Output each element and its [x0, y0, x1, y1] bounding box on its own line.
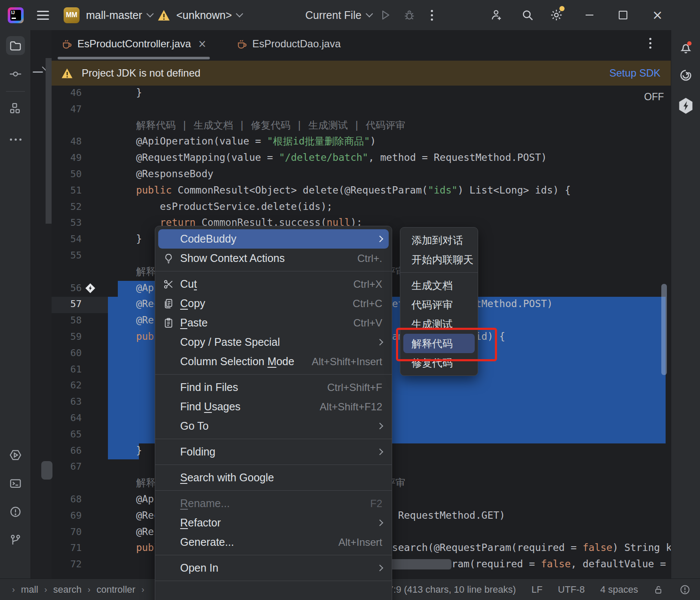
problems-icon[interactable]	[6, 502, 25, 521]
main-menu-burger-icon[interactable]	[37, 0, 49, 30]
context-menu-item[interactable]: Column Selection Mode Alt+Shift+Insert	[155, 352, 392, 371]
caret-position[interactable]: 7:9 (413 chars, 10 line breaks)	[388, 584, 516, 595]
menu-item-shortcut: Ctrl+X	[353, 278, 382, 290]
collapsed-panel-strip	[31, 30, 52, 578]
project-avatar: MM	[64, 7, 80, 23]
submenu-item[interactable]: 添加到对话	[400, 231, 478, 250]
run-toolwindow-icon[interactable]	[6, 446, 25, 465]
menu-separator	[155, 465, 392, 465]
scissors-icon	[163, 279, 180, 290]
inline-completion-off-label: OFF	[644, 91, 664, 103]
submenu-arrow-icon	[377, 339, 384, 346]
menu-item-label: Generate...	[180, 536, 325, 548]
add-user-icon[interactable]	[490, 0, 503, 30]
context-menu-item[interactable]: Generate... Alt+Insert	[155, 532, 392, 552]
menu-item-shortcut: Ctrl+C	[353, 298, 382, 310]
notifications-bell-icon[interactable]	[678, 40, 694, 55]
warning-icon	[61, 68, 73, 79]
splitter-handle[interactable]	[41, 461, 52, 480]
context-menu-item[interactable]: Paste Ctrl+V	[155, 313, 392, 332]
submenu-item[interactable]: 开始内联聊天	[400, 250, 478, 269]
close-icon[interactable]: ×	[198, 38, 206, 50]
run-button[interactable]	[379, 0, 391, 30]
run-configuration-name: <unknown>	[176, 9, 232, 22]
context-menu-item[interactable]: Rename... F2	[155, 494, 392, 513]
submenu-arrow-icon	[377, 449, 384, 455]
submenu-item-label: 添加到对话	[411, 234, 463, 247]
search-everywhere-icon[interactable]	[521, 0, 534, 30]
more-tool-windows-icon[interactable]	[6, 130, 25, 149]
copy-icon	[163, 298, 180, 309]
intellij-logo-icon: IJ	[8, 0, 24, 30]
menu-item-label: Paste	[180, 317, 341, 329]
menu-item-label: Folding	[180, 446, 366, 458]
context-menu-item[interactable]: Go To	[155, 416, 392, 436]
active-tab-indicator	[58, 57, 210, 59]
line-number: 64	[52, 410, 82, 426]
error-indicator-icon[interactable]	[679, 584, 691, 595]
context-menu-item[interactable]: Copy / Paste Special	[155, 332, 392, 352]
settings-gear-icon[interactable]	[550, 0, 563, 30]
context-menu-item[interactable]: Cut Ctrl+X	[155, 274, 392, 294]
code-line: 48 @ApiOperation(value = "根据id批量删除商品")	[52, 133, 671, 150]
panel-scrollbar[interactable]	[46, 58, 52, 224]
codebuddy-hexagon-icon[interactable]	[678, 97, 694, 114]
debug-button[interactable]	[403, 0, 415, 30]
commit-icon[interactable]	[6, 65, 25, 83]
setup-sdk-link[interactable]: Setup SDK	[609, 67, 660, 79]
context-menu-item[interactable]: Search with Google	[155, 468, 392, 487]
line-number: 49	[52, 150, 82, 166]
breadcrumb[interactable]: ›mall›search›controller›	[12, 584, 144, 595]
line-number: 62	[52, 377, 82, 394]
editor-options-kebab-icon[interactable]	[649, 38, 651, 49]
menu-item-label: Find in Files	[180, 381, 314, 394]
context-menu-item[interactable]: Find in Files Ctrl+Shift+F	[155, 378, 392, 397]
run-configuration-widget[interactable]: <unknown>	[157, 0, 242, 30]
code-line: 解释代码 | 生成文档 | 修复代码 | 生成测试 | 代码评审	[52, 117, 671, 134]
window-minimize-button[interactable]	[579, 0, 600, 30]
line-number: 46	[52, 86, 82, 101]
paste-icon	[163, 317, 180, 329]
menu-item-label: Rename...	[180, 497, 357, 510]
window-maximize-button[interactable]	[612, 0, 634, 30]
line-ending[interactable]: LF	[531, 584, 543, 595]
run-mode-selector[interactable]: Current File	[305, 0, 372, 30]
version-control-branch-icon[interactable]	[6, 531, 25, 550]
window-close-button[interactable]: ×	[646, 0, 669, 30]
context-menu-item[interactable]: CodeBuddy	[158, 229, 389, 249]
ai-assistant-swirl-icon[interactable]	[679, 68, 693, 83]
context-menu-item[interactable]: Show Context Actions Ctrl+.	[155, 249, 392, 268]
project-widget[interactable]: MM mall-master	[64, 0, 153, 30]
menu-item-shortcut: Ctrl+.	[357, 252, 382, 265]
context-menu-item[interactable]: Copy Ctrl+C	[155, 294, 392, 313]
structure-icon[interactable]	[6, 99, 25, 118]
line-number: 67	[52, 458, 82, 475]
hide-panel-icon[interactable]	[33, 71, 43, 73]
annotation-highlight-box	[396, 328, 497, 361]
context-menu-item[interactable]: Open In	[155, 558, 392, 578]
file-encoding[interactable]: UTF-8	[558, 584, 585, 595]
submenu-item[interactable]: 生成文档	[400, 276, 478, 295]
breadcrumb-chevron-icon: ›	[88, 585, 91, 594]
indent-setting[interactable]: 4 spaces	[600, 584, 638, 595]
terminal-icon[interactable]	[6, 474, 25, 493]
vertical-scrollbar[interactable]	[661, 284, 667, 375]
breadcrumb-item[interactable]: controller	[96, 584, 135, 595]
submenu-item[interactable]: 代码评审	[400, 295, 478, 314]
breadcrumb-item[interactable]: search	[53, 584, 82, 595]
menu-item-shortcut: Alt+Insert	[338, 536, 382, 548]
context-menu-item[interactable]: Refactor	[155, 513, 392, 532]
menu-item-shortcut: Alt+Shift+F12	[320, 401, 382, 413]
project-folder-icon[interactable]	[6, 36, 25, 55]
editor-tab[interactable]: EsProductDao.java ×	[230, 30, 347, 58]
context-menu-item[interactable]: Folding	[155, 442, 392, 462]
unlock-icon[interactable]	[654, 585, 664, 595]
codebuddy-gutter-icon[interactable]	[85, 283, 96, 294]
line-number: 60	[52, 345, 82, 361]
horizontal-scrollbar[interactable]	[389, 559, 451, 569]
submenu-item-label: 生成文档	[411, 279, 453, 292]
more-actions-kebab-icon[interactable]	[431, 0, 433, 30]
context-menu-item[interactable]: Find Usages Alt+Shift+F12	[155, 397, 392, 416]
breadcrumb-item[interactable]: mall	[21, 584, 38, 595]
editor-tab[interactable]: EsProductController.java ×	[55, 30, 212, 58]
